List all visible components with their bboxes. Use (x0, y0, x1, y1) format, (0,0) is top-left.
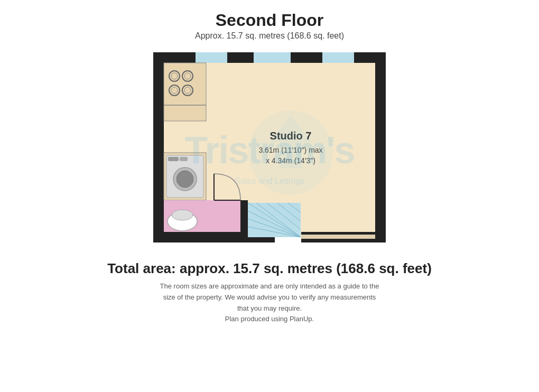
svg-rect-7 (254, 52, 291, 63)
svg-rect-8 (322, 52, 354, 63)
svg-rect-4 (153, 52, 164, 242)
page-container: Second Floor Approx. 15.7 sq. metres (16… (0, 0, 539, 392)
svg-rect-28 (240, 200, 248, 237)
floorplan-wrapper: Tristram's Sales and Lettings (127, 47, 412, 253)
svg-rect-6 (196, 52, 227, 63)
svg-rect-23 (168, 157, 179, 161)
header-section: Second Floor Approx. 15.7 sq. metres (16… (195, 11, 344, 41)
total-area: Total area: approx. 15.7 sq. metres (168… (107, 260, 432, 277)
svg-rect-24 (180, 157, 188, 161)
svg-rect-40 (301, 235, 375, 239)
floor-subtitle: Approx. 15.7 sq. metres (168.6 sq. feet) (195, 31, 344, 41)
svg-rect-5 (375, 52, 386, 242)
svg-point-22 (176, 171, 193, 188)
disclaimer: The room sizes are approximate and are o… (160, 281, 379, 325)
floorplan-svg: Studio 7 3.61m (11'10") max x 4.34m (14'… (127, 47, 412, 253)
svg-point-27 (172, 210, 193, 220)
floor-title: Second Floor (195, 11, 344, 30)
